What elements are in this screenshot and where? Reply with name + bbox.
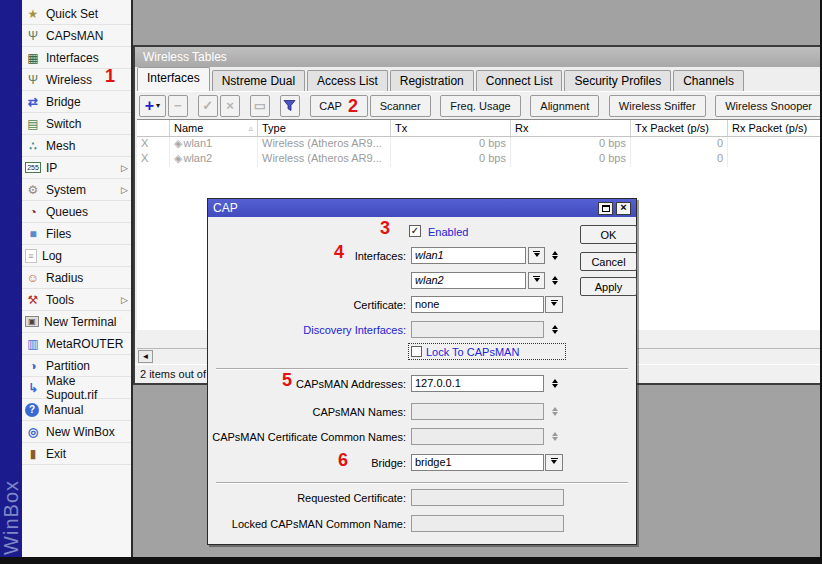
capsman-names-spinner[interactable] (549, 403, 561, 420)
discovery-interfaces-input[interactable] (411, 321, 544, 338)
tab-security-profiles[interactable]: Security Profiles (564, 70, 671, 91)
tab-nstreme-dual[interactable]: Nstreme Dual (212, 70, 305, 91)
sidebar-item-manual[interactable]: ?Manual (22, 399, 131, 421)
bridge-input[interactable]: bridge1 (411, 454, 544, 471)
sidebar-item-exit[interactable]: ▮Exit (22, 443, 131, 465)
sidebar-item-bridge[interactable]: ⇄Bridge (22, 91, 131, 113)
capsman-common-names-spinner[interactable] (549, 428, 561, 445)
interfaces-spinner-2[interactable] (549, 272, 561, 289)
enable-button[interactable]: ✓ (198, 95, 218, 117)
row-flag: X (137, 152, 170, 167)
capsman-addresses-spinner[interactable] (549, 375, 561, 392)
column-header-tx-packet[interactable]: Tx Packet (p/s) (631, 120, 728, 136)
interfaces-combo-2[interactable] (528, 272, 545, 289)
capsman-names-input[interactable] (411, 403, 544, 420)
column-header-rx-packet[interactable]: Rx Packet (p/s) (728, 120, 822, 136)
lock-to-capsman-checkbox[interactable] (411, 346, 422, 357)
scanner-button[interactable]: Scanner (370, 95, 431, 117)
exit-icon: ▮ (25, 446, 41, 461)
sidebar-item-metarouter[interactable]: ▥MetaROUTER (22, 333, 131, 355)
tab-connect-list[interactable]: Connect List (476, 70, 563, 91)
submenu-arrow-icon: ▷ (121, 185, 128, 195)
wireless-snooper-button[interactable]: Wireless Snooper (715, 95, 822, 117)
switch-icon: ▤ (25, 116, 41, 131)
bridge-icon: ⇄ (25, 94, 41, 109)
sidebar-item-make-supout[interactable]: ↳Make Supout.rif (22, 377, 131, 399)
column-header-rx[interactable]: Rx (511, 120, 631, 136)
enabled-checkbox[interactable]: ✓ (409, 225, 421, 237)
sidebar-item-radius[interactable]: ☺Radius (22, 267, 131, 289)
sidebar-item-system[interactable]: ⚙System▷ (22, 179, 131, 201)
tab-channels[interactable]: Channels (673, 70, 744, 91)
column-header-flags[interactable] (137, 120, 170, 136)
sidebar-item-label: Tools (46, 293, 74, 307)
discovery-spinner[interactable] (549, 321, 561, 338)
interfaces-input-1[interactable]: wlan1 (411, 247, 526, 264)
sidebar-item-label: CAPsMAN (46, 29, 103, 43)
tab-registration[interactable]: Registration (390, 70, 474, 91)
tools-icon: ⚒ (25, 292, 41, 307)
interfaces-label: Interfaces: (208, 250, 406, 262)
submenu-arrow-icon: ▷ (121, 295, 128, 305)
column-header-type[interactable]: Type (258, 120, 391, 136)
freq-usage-button[interactable]: Freq. Usage (440, 95, 521, 117)
lock-to-capsman-option[interactable]: Lock To CAPsMAN (408, 343, 566, 360)
log-icon: ≡ (25, 249, 37, 263)
ok-button[interactable]: OK (580, 225, 637, 244)
row-tx-packet: 0 (631, 152, 728, 167)
capsman-names-label: CAPsMAN Names: (208, 406, 406, 418)
sidebar-item-ip[interactable]: 255IP▷ (22, 157, 131, 179)
sidebar-item-queues[interactable]: ◔Queues (22, 201, 131, 223)
tab-interfaces[interactable]: Interfaces (137, 67, 210, 91)
winbox-app: WinBox ★Quick Set ΨCAPsMAN ▦Interfaces Ψ… (0, 0, 822, 564)
people-icon: ☺ (25, 270, 41, 285)
column-header-name[interactable]: Name▵ (170, 120, 258, 136)
interfaces-spinner-1[interactable] (549, 247, 561, 264)
alignment-button[interactable]: Alignment (530, 95, 599, 117)
bridge-label: Bridge: (208, 457, 406, 469)
plus-icon: + (145, 98, 154, 114)
certificate-input[interactable]: none (411, 296, 544, 313)
apply-button[interactable]: Apply (580, 277, 637, 296)
sidebar: ★Quick Set ΨCAPsMAN ▦Interfaces ΨWireles… (22, 0, 133, 557)
requested-certificate-input[interactable] (411, 489, 564, 506)
maximize-button[interactable] (598, 202, 613, 215)
sidebar-item-label: Manual (44, 403, 83, 417)
certificate-combo[interactable] (545, 296, 563, 313)
filter-button[interactable] (280, 95, 300, 117)
comment-button[interactable]: ▭ (250, 95, 270, 117)
sidebar-item-new-terminal[interactable]: ▣New Terminal (22, 311, 131, 333)
remove-button[interactable]: − (168, 95, 188, 117)
table-row[interactable]: X ◈wlan1 Wireless (Atheros AR9... 0 bps … (137, 137, 822, 152)
wireless-sniffer-button[interactable]: Wireless Sniffer (609, 95, 706, 117)
bridge-combo[interactable] (545, 454, 563, 471)
column-header-tx[interactable]: Tx (391, 120, 511, 136)
sidebar-item-label: New WinBox (46, 425, 115, 439)
sidebar-item-log[interactable]: ≡Log (22, 245, 131, 267)
sidebar-item-label: Wireless (46, 73, 92, 87)
row-type: Wireless (Atheros AR9... (258, 137, 391, 152)
interface-icon: ◈ (174, 152, 182, 164)
cap-button[interactable]: CAP 2 (310, 95, 368, 117)
add-button[interactable]: +▾ (139, 95, 166, 117)
capsman-addresses-input[interactable]: 127.0.0.1 (411, 375, 544, 392)
sidebar-item-capsman[interactable]: ΨCAPsMAN (22, 25, 131, 47)
submenu-arrow-icon: ▷ (121, 163, 128, 173)
sidebar-item-quick-set[interactable]: ★Quick Set (22, 3, 131, 25)
tab-access-list[interactable]: Access List (307, 70, 388, 91)
sidebar-item-files[interactable]: ■Files (22, 223, 131, 245)
sidebar-item-mesh[interactable]: ∴Mesh (22, 135, 131, 157)
cancel-button[interactable]: Cancel (580, 252, 637, 271)
close-button[interactable]: × (616, 202, 631, 215)
sidebar-item-new-winbox[interactable]: ◎New WinBox (22, 421, 131, 443)
table-row[interactable]: X ◈wlan2 Wireless (Atheros AR9... 0 bps … (137, 152, 822, 167)
scroll-left-icon[interactable]: ◄ (138, 350, 153, 363)
capsman-common-names-input[interactable] (411, 428, 544, 445)
locked-common-name-input[interactable] (411, 515, 564, 532)
disable-button[interactable]: × (220, 95, 240, 117)
dropdown-arrow-icon (534, 278, 540, 285)
sidebar-item-switch[interactable]: ▤Switch (22, 113, 131, 135)
interfaces-input-2[interactable]: wlan2 (411, 272, 526, 289)
interfaces-combo-1[interactable] (528, 247, 545, 264)
sidebar-item-tools[interactable]: ⚒Tools▷ (22, 289, 131, 311)
